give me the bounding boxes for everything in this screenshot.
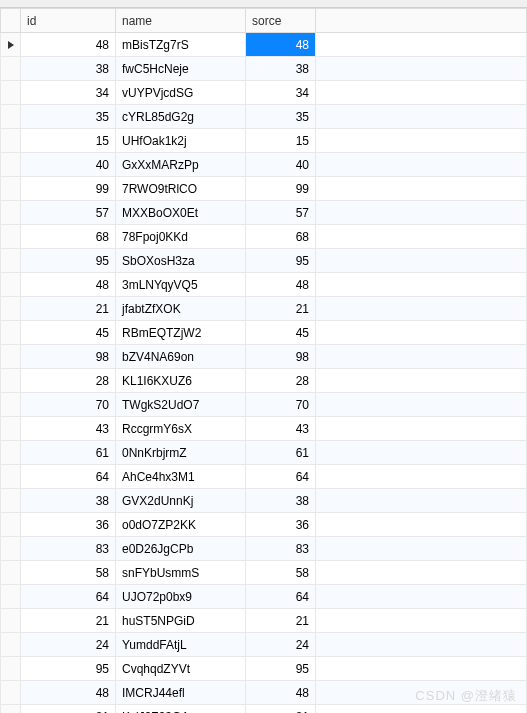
cell-sorce[interactable]: 24 xyxy=(246,633,316,657)
cell-id[interactable]: 38 xyxy=(21,489,116,513)
cell-name[interactable]: SbOXosH3za xyxy=(116,249,246,273)
cell-name[interactable]: vUYPVjcdSG xyxy=(116,81,246,105)
row-indicator[interactable] xyxy=(1,561,21,585)
row-indicator[interactable] xyxy=(1,153,21,177)
row-indicator[interactable] xyxy=(1,489,21,513)
cell-id[interactable]: 15 xyxy=(21,129,116,153)
table-row[interactable]: 58snFYbUsmmS58 xyxy=(1,561,527,585)
cell-name[interactable]: jfabtZfXOK xyxy=(116,297,246,321)
cell-id[interactable]: 48 xyxy=(21,273,116,297)
row-indicator[interactable] xyxy=(1,33,21,57)
cell-name[interactable]: RccgrmY6sX xyxy=(116,417,246,441)
cell-id[interactable]: 68 xyxy=(21,225,116,249)
row-indicator[interactable] xyxy=(1,369,21,393)
cell-sorce[interactable]: 40 xyxy=(246,153,316,177)
table-row[interactable]: 45RBmEQTZjW245 xyxy=(1,321,527,345)
row-indicator[interactable] xyxy=(1,633,21,657)
table-row[interactable]: 15UHfOak1k2j15 xyxy=(1,129,527,153)
row-indicator[interactable] xyxy=(1,225,21,249)
row-indicator[interactable] xyxy=(1,129,21,153)
table-row[interactable]: 64AhCe4hx3M164 xyxy=(1,465,527,489)
cell-name[interactable]: 7RWO9tRlCO xyxy=(116,177,246,201)
cell-name[interactable]: GVX2dUnnKj xyxy=(116,489,246,513)
cell-sorce[interactable]: 15 xyxy=(246,129,316,153)
row-indicator[interactable] xyxy=(1,249,21,273)
cell-name[interactable]: RBmEQTZjW2 xyxy=(116,321,246,345)
cell-sorce[interactable]: 95 xyxy=(246,249,316,273)
cell-name[interactable]: IMCRJ44efl xyxy=(116,681,246,705)
table-row[interactable]: 57MXXBoOX0Et57 xyxy=(1,201,527,225)
row-indicator[interactable] xyxy=(1,321,21,345)
table-row[interactable]: 40GxXxMARzPp40 xyxy=(1,153,527,177)
cell-id[interactable]: 21 xyxy=(21,609,116,633)
table-row[interactable]: 48mBisTZg7rS48 xyxy=(1,33,527,57)
cell-id[interactable]: 81 xyxy=(21,705,116,714)
cell-name[interactable]: mBisTZg7rS xyxy=(116,33,246,57)
row-indicator[interactable] xyxy=(1,393,21,417)
toolbar[interactable] xyxy=(0,0,527,8)
cell-name[interactable]: 0NnKrbjrmZ xyxy=(116,441,246,465)
cell-id[interactable]: 98 xyxy=(21,345,116,369)
cell-sorce[interactable]: 28 xyxy=(246,369,316,393)
cell-name[interactable]: KxlJ9Z93GA xyxy=(116,705,246,714)
cell-id[interactable]: 45 xyxy=(21,321,116,345)
table-row[interactable]: 38fwC5HcNeje38 xyxy=(1,57,527,81)
cell-name[interactable]: 78Fpoj0KKd xyxy=(116,225,246,249)
cell-sorce[interactable]: 48 xyxy=(246,273,316,297)
cell-name[interactable]: cYRL85dG2g xyxy=(116,105,246,129)
row-indicator[interactable] xyxy=(1,657,21,681)
cell-sorce[interactable]: 68 xyxy=(246,225,316,249)
cell-id[interactable]: 21 xyxy=(21,297,116,321)
row-indicator[interactable] xyxy=(1,513,21,537)
cell-id[interactable]: 48 xyxy=(21,681,116,705)
row-indicator[interactable] xyxy=(1,81,21,105)
column-header-sorce[interactable]: sorce xyxy=(246,9,316,33)
cell-sorce[interactable]: 36 xyxy=(246,513,316,537)
cell-sorce[interactable]: 35 xyxy=(246,105,316,129)
row-indicator[interactable] xyxy=(1,201,21,225)
cell-sorce[interactable]: 61 xyxy=(246,441,316,465)
cell-name[interactable]: AhCe4hx3M1 xyxy=(116,465,246,489)
cell-id[interactable]: 58 xyxy=(21,561,116,585)
cell-sorce[interactable]: 81 xyxy=(246,705,316,714)
cell-sorce[interactable]: 48 xyxy=(246,33,316,57)
cell-id[interactable]: 48 xyxy=(21,33,116,57)
table-row[interactable]: 35cYRL85dG2g35 xyxy=(1,105,527,129)
cell-sorce[interactable]: 99 xyxy=(246,177,316,201)
table-row[interactable]: 95CvqhqdZYVt95 xyxy=(1,657,527,681)
cell-name[interactable]: UHfOak1k2j xyxy=(116,129,246,153)
cell-sorce[interactable]: 57 xyxy=(246,201,316,225)
cell-name[interactable]: 3mLNYqyVQ5 xyxy=(116,273,246,297)
cell-sorce[interactable]: 38 xyxy=(246,489,316,513)
cell-sorce[interactable]: 95 xyxy=(246,657,316,681)
row-indicator[interactable] xyxy=(1,585,21,609)
cell-name[interactable]: e0D26JgCPb xyxy=(116,537,246,561)
cell-name[interactable]: UJO72p0bx9 xyxy=(116,585,246,609)
cell-id[interactable]: 40 xyxy=(21,153,116,177)
cell-name[interactable]: snFYbUsmmS xyxy=(116,561,246,585)
row-indicator[interactable] xyxy=(1,345,21,369)
cell-sorce[interactable]: 48 xyxy=(246,681,316,705)
row-indicator[interactable] xyxy=(1,105,21,129)
cell-name[interactable]: KL1I6KXUZ6 xyxy=(116,369,246,393)
row-indicator[interactable] xyxy=(1,441,21,465)
row-indicator[interactable] xyxy=(1,273,21,297)
cell-sorce[interactable]: 45 xyxy=(246,321,316,345)
row-indicator[interactable] xyxy=(1,177,21,201)
cell-name[interactable]: YumddFAtjL xyxy=(116,633,246,657)
cell-sorce[interactable]: 43 xyxy=(246,417,316,441)
cell-id[interactable]: 83 xyxy=(21,537,116,561)
table-row[interactable]: 21huST5NPGiD21 xyxy=(1,609,527,633)
cell-id[interactable]: 35 xyxy=(21,105,116,129)
row-indicator[interactable] xyxy=(1,417,21,441)
row-indicator-header[interactable] xyxy=(1,9,21,33)
cell-id[interactable]: 43 xyxy=(21,417,116,441)
cell-name[interactable]: o0dO7ZP2KK xyxy=(116,513,246,537)
cell-name[interactable]: CvqhqdZYVt xyxy=(116,657,246,681)
table-row[interactable]: 83e0D26JgCPb83 xyxy=(1,537,527,561)
cell-id[interactable]: 70 xyxy=(21,393,116,417)
table-row[interactable]: 70TWgkS2UdO770 xyxy=(1,393,527,417)
table-row[interactable]: 24YumddFAtjL24 xyxy=(1,633,527,657)
cell-id[interactable]: 64 xyxy=(21,465,116,489)
cell-id[interactable]: 57 xyxy=(21,201,116,225)
